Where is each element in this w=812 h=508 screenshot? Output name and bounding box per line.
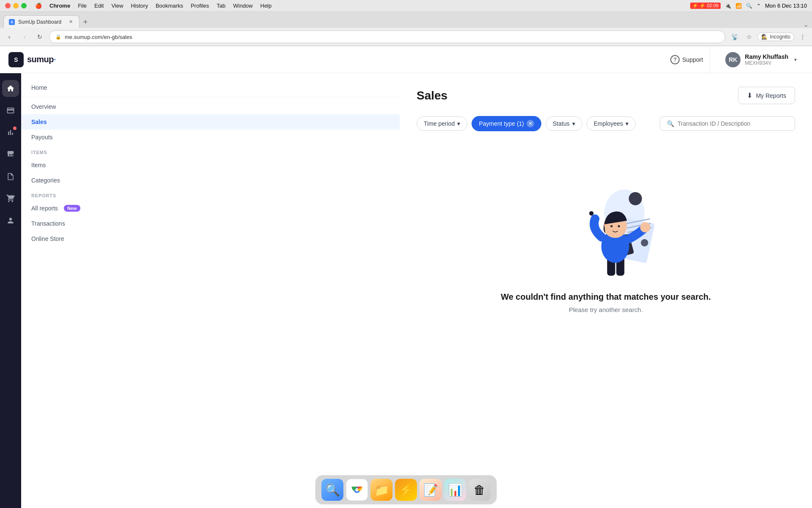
active-tab[interactable]: S SumUp Dashboard ✕ <box>3 15 80 28</box>
person-icon <box>6 216 15 225</box>
notification-dot <box>13 127 16 130</box>
dock-bolt[interactable]: ⚡ <box>395 479 417 501</box>
sidebar-icon-person[interactable] <box>2 212 19 229</box>
url-text: me.sumup.com/en-gb/sales <box>65 34 132 40</box>
status-icon-search: 🔍 <box>746 3 752 9</box>
tab-close-button[interactable]: ✕ <box>67 19 74 25</box>
sidebar-icon-home[interactable] <box>2 80 19 97</box>
menu-chrome[interactable]: Chrome <box>49 3 70 9</box>
trash-icon: 🗑 <box>474 483 486 497</box>
menu-button[interactable]: ⋮ <box>797 31 809 43</box>
time-period-filter[interactable]: Time period ▾ <box>417 116 467 131</box>
sidebar-item-sales[interactable]: Sales <box>21 114 400 130</box>
sidebar-item-home[interactable]: Home <box>21 80 400 95</box>
user-menu[interactable]: RK Ramy Khuffash MEXH934V ▾ <box>719 46 804 73</box>
incognito-label: Incognito <box>770 34 790 40</box>
svg-point-14 <box>617 225 620 227</box>
user-name: Ramy Khuffash <box>745 53 788 60</box>
status-icon-wifi: 📶 <box>735 3 742 9</box>
dock-keynote[interactable]: 📊 <box>444 479 466 501</box>
mac-status-bar: ⚡ ⚡ 02:09 🔌 📶 🔍 ⌃ Mon 6 Dec 13:10 <box>690 3 807 9</box>
menu-window[interactable]: Window <box>233 3 252 9</box>
overview-label: Overview <box>31 103 56 110</box>
menu-file[interactable]: File <box>78 3 87 9</box>
support-label: Support <box>682 56 703 63</box>
sidebar-item-transactions[interactable]: Transactions <box>21 216 400 231</box>
battery-time: ⚡ 02:09 <box>700 3 719 8</box>
tab-expand-icon[interactable]: ⌄ <box>804 21 809 28</box>
incognito-icon: 🕵️ <box>761 34 768 40</box>
system-clock: Mon 6 Dec 13:10 <box>765 3 807 9</box>
online-store-label: Online Store <box>31 235 64 242</box>
forward-button[interactable]: › <box>19 31 30 43</box>
minimize-button[interactable] <box>13 3 19 8</box>
close-button[interactable] <box>5 3 11 8</box>
cart-icon <box>6 194 15 203</box>
cast-button[interactable]: 📡 <box>729 31 741 43</box>
payment-type-filter[interactable]: Payment type (1) ✕ <box>472 116 541 131</box>
traffic-lights[interactable] <box>5 3 27 8</box>
refresh-button[interactable]: ↻ <box>34 31 46 43</box>
dock-chrome[interactable] <box>346 479 368 501</box>
sidebar-icon-report[interactable] <box>2 168 19 185</box>
status-filter[interactable]: Status ▾ <box>546 116 582 131</box>
header-right: ? Support RK Ramy Khuffash MEXH934V ▾ <box>664 46 804 73</box>
sidebar-item-categories[interactable]: Categories <box>21 173 400 188</box>
employees-filter[interactable]: Employees ▾ <box>587 116 636 131</box>
sidebar-icon-stats[interactable] <box>2 124 19 141</box>
employees-label: Employees <box>594 120 623 127</box>
reports-section-label: REPORTS <box>21 188 400 201</box>
search-box[interactable]: 🔍 <box>660 116 795 131</box>
support-button[interactable]: ? Support <box>664 46 710 73</box>
sidebar-icon-cart[interactable] <box>2 190 19 207</box>
bolt-icon: ⚡ <box>399 483 414 497</box>
filters-row: Time period ▾ Payment type (1) ✕ Status … <box>417 116 795 131</box>
my-reports-button[interactable]: ⬇ My Reports <box>738 87 795 104</box>
payment-type-clear[interactable]: ✕ <box>527 120 534 127</box>
bookmark-button[interactable]: ☆ <box>743 31 755 43</box>
sidebar-item-overview[interactable]: Overview <box>21 99 400 114</box>
menu-help[interactable]: Help <box>261 3 272 9</box>
items-label: Items <box>31 162 46 168</box>
search-input[interactable] <box>678 120 788 127</box>
sidebar-item-all-reports[interactable]: All reports New <box>21 201 400 216</box>
maximize-button[interactable] <box>21 3 27 8</box>
app-container: S sumup· ? Support RK Ramy Khuffash MEXH… <box>0 46 812 508</box>
dock: 🔍 📁 ⚡ 📝 📊 🗑 <box>315 475 497 505</box>
menu-bookmarks[interactable]: Bookmarks <box>156 3 183 9</box>
content-area: Sales ⬇ My Reports Time period ▾ Payment… <box>400 73 812 508</box>
app-logo: S sumup· <box>8 52 56 67</box>
address-bar[interactable]: 🔒 me.sumup.com/en-gb/sales <box>49 30 725 43</box>
support-icon: ? <box>670 55 680 64</box>
browser-chrome: S SumUp Dashboard ✕ + ⌄ ‹ › ↻ 🔒 me.sumup… <box>0 12 812 46</box>
menu-tab[interactable]: Tab <box>217 3 225 9</box>
sidebar-icon-card[interactable] <box>2 102 19 119</box>
dock-folder[interactable]: 📁 <box>370 479 392 501</box>
status-icon-control: ⌃ <box>757 3 761 9</box>
user-menu-chevron: ▾ <box>794 57 797 63</box>
dock-finder[interactable]: 🔍 <box>321 479 343 501</box>
menu-apple[interactable]: 🍎 <box>35 3 42 9</box>
svg-point-15 <box>589 211 593 215</box>
page-title: Sales <box>417 89 447 102</box>
time-period-label: Time period <box>424 120 455 127</box>
dock-notes[interactable]: 📝 <box>420 479 442 501</box>
dock-trash[interactable]: 🗑 <box>469 479 491 501</box>
folder-icon: 📁 <box>374 483 389 497</box>
menu-view[interactable]: View <box>111 3 123 9</box>
sidebar-item-online-store[interactable]: Online Store <box>21 231 400 246</box>
sidebar-icon-store[interactable] <box>2 146 19 163</box>
menu-history[interactable]: History <box>131 3 148 9</box>
notes-icon: 📝 <box>423 483 438 497</box>
menu-edit[interactable]: Edit <box>94 3 104 9</box>
back-button[interactable]: ‹ <box>3 31 15 43</box>
search-icon: 🔍 <box>667 120 674 127</box>
tab-favicon: S <box>9 19 15 25</box>
menu-profiles[interactable]: Profiles <box>191 3 209 9</box>
status-label: Status <box>553 120 570 127</box>
sidebar-item-payouts[interactable]: Payouts <box>21 130 400 145</box>
incognito-indicator[interactable]: 🕵️ Incognito <box>757 33 794 41</box>
categories-label: Categories <box>31 177 60 184</box>
new-tab-button[interactable]: + <box>80 16 91 28</box>
sidebar-item-items[interactable]: Items <box>21 157 400 173</box>
